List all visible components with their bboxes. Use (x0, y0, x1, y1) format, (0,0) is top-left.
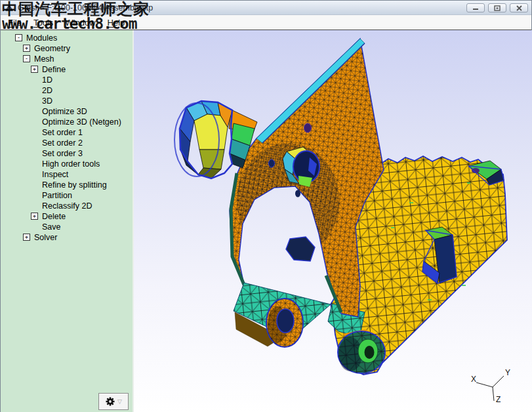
tree-item-label: 3D (42, 96, 52, 106)
module-options-button[interactable]: ▽ (98, 393, 129, 410)
tree-item-label: Refine by splitting (42, 180, 107, 190)
gmsh-window: Gmsh - F:\100-1000\54\Assembly.stp FileT… (0, 0, 532, 412)
close-button[interactable] (510, 3, 528, 12)
gmsh-app-icon (4, 3, 14, 13)
axis-x-label: X (471, 375, 476, 384)
tree-item-label: Solver (34, 233, 57, 242)
tree-item-delete[interactable]: +Delete (1, 211, 133, 222)
tree-item-label: High order tools (42, 159, 100, 169)
tree-item-define[interactable]: +Define (1, 64, 133, 75)
window-controls (466, 3, 528, 12)
tree-item-set-order-3[interactable]: Set order 3 (1, 148, 133, 159)
expand-toggle[interactable]: + (23, 234, 30, 241)
tree-item-label: Set order 1 (42, 128, 83, 137)
collapse-toggle[interactable]: - (23, 55, 30, 62)
window-title: Gmsh - F:\100-1000\54\Assembly.stp (18, 3, 153, 12)
tree-item-label: Mesh (34, 54, 54, 64)
gear-icon (105, 396, 115, 407)
cone-part (174, 101, 232, 178)
tree-item-reclassify-2d[interactable]: Reclassify 2D (1, 201, 133, 211)
minimize-button[interactable] (466, 3, 485, 12)
tree-item-label: Modules (26, 33, 57, 43)
tree-item-mesh[interactable]: -Mesh (1, 54, 133, 64)
tree-item-label: 1D (42, 75, 52, 85)
tree-item-set-order-2[interactable]: Set order 2 (1, 138, 133, 148)
tree-item-2d[interactable]: 2D (1, 85, 133, 96)
dropdown-caret-icon: ▽ (117, 398, 122, 405)
tree-item-label: Optimize 3D (42, 107, 87, 116)
menu-bar: FileToolsWindowHelp (1, 15, 531, 30)
minimize-icon (472, 5, 479, 10)
tree-item-set-order-1[interactable]: Set order 1 (1, 127, 133, 138)
menu-tools[interactable]: Tools (28, 16, 59, 29)
menu-file[interactable]: File (2, 16, 28, 29)
tree-item-refine-by-splitting[interactable]: Refine by splitting (1, 180, 133, 190)
menu-window[interactable]: Window (59, 16, 101, 29)
tree-item-inspect[interactable]: Inspect (1, 169, 133, 180)
module-tree: -Modules+Geometry-Mesh+Define1D2D3DOptim… (1, 30, 133, 243)
tree-item-high-order-tools[interactable]: High order tools (1, 159, 133, 169)
tree-item-label: 2D (42, 86, 52, 95)
tree-item-optimize-3d[interactable]: Optimize 3D (1, 106, 133, 117)
tree-item-1d[interactable]: 1D (1, 75, 133, 85)
close-icon (516, 5, 522, 11)
model-viewport[interactable]: X Y Z (134, 30, 532, 412)
tree-item-label: Optimize 3D (Netgen) (42, 117, 121, 127)
axis-y-label: Y (505, 368, 510, 377)
tree-item-optimize-3d-netgen[interactable]: Optimize 3D (Netgen) (1, 117, 133, 127)
axis-z-label: Z (496, 395, 501, 404)
menu-help[interactable]: Help (102, 16, 131, 29)
maximize-icon (494, 5, 501, 11)
tree-item-modules[interactable]: -Modules (1, 33, 133, 43)
tree-item-label: Define (42, 65, 66, 74)
tree-item-label: Save (42, 222, 61, 232)
tree-item-label: Inspect (42, 170, 68, 179)
tree-item-label: Set order 2 (42, 138, 83, 148)
arm-lug (234, 283, 331, 347)
collapse-toggle[interactable]: - (15, 34, 22, 41)
module-tree-sidebar: -Modules+Geometry-Mesh+Define1D2D3DOptim… (1, 30, 134, 412)
tree-item-label: Set order 3 (42, 149, 83, 158)
tree-item-3d[interactable]: 3D (1, 96, 133, 106)
expand-toggle[interactable]: + (31, 213, 38, 220)
maximize-button[interactable] (488, 3, 506, 12)
tree-item-label: Partition (42, 191, 72, 200)
tree-item-partition[interactable]: Partition (1, 190, 133, 201)
tree-item-label: Reclassify 2D (42, 201, 92, 211)
tree-item-label: Delete (42, 212, 66, 221)
expand-toggle[interactable]: + (23, 45, 30, 52)
expand-toggle[interactable]: + (31, 66, 38, 73)
tree-item-geometry[interactable]: +Geometry (1, 43, 133, 54)
titlebar[interactable]: Gmsh - F:\100-1000\54\Assembly.stp (1, 1, 531, 15)
axis-triad: X Y Z (471, 368, 510, 404)
tree-item-save[interactable]: Save (1, 222, 133, 232)
tree-item-label: Geometry (34, 44, 70, 53)
tree-item-solver[interactable]: +Solver (1, 232, 133, 243)
